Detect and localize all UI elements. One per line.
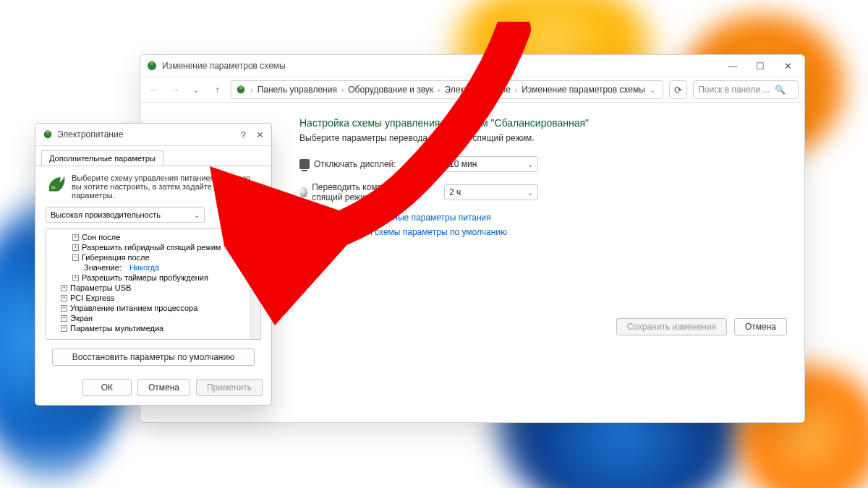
address-bar[interactable]: › Панель управления › Оборудование и зву… bbox=[231, 80, 663, 99]
settings-tree: +Сон после +Разрешить гибридный спящий р… bbox=[46, 228, 261, 340]
page-subheading: Выберите параметры перевода дисплея в сп… bbox=[299, 133, 784, 143]
svg-point-6 bbox=[51, 186, 56, 189]
search-icon: 🔍 bbox=[775, 85, 786, 95]
breadcrumb-item[interactable]: Изменение параметров схемы bbox=[522, 85, 645, 95]
window-title: Изменение параметров схемы bbox=[162, 61, 286, 71]
back-button[interactable]: ← bbox=[146, 84, 161, 95]
restore-defaults-link[interactable]: Восстановить для схемы параметры по умол… bbox=[299, 227, 784, 237]
chevron-right-icon: › bbox=[247, 86, 255, 94]
refresh-button[interactable]: ⟳ bbox=[669, 80, 687, 99]
tab-strip: Дополнительные параметры bbox=[35, 145, 271, 166]
tree-item-hibernate-after[interactable]: −Гибернация после bbox=[49, 252, 258, 262]
chevron-right-icon: › bbox=[435, 86, 443, 94]
svg-rect-3 bbox=[240, 85, 243, 89]
svg-rect-5 bbox=[46, 130, 49, 134]
chevron-down-icon: ⌄ bbox=[527, 189, 533, 197]
tree-item-usb[interactable]: +Параметры USB bbox=[49, 283, 258, 293]
expand-icon[interactable]: + bbox=[72, 234, 79, 241]
power-options-icon bbox=[146, 60, 158, 72]
forward-button[interactable]: → bbox=[167, 84, 182, 95]
power-options-dialog: Электропитание ? ✕ Дополнительные параме… bbox=[35, 123, 272, 406]
chevron-right-icon: › bbox=[339, 86, 346, 94]
collapse-icon[interactable]: − bbox=[72, 254, 79, 261]
sleep-icon bbox=[299, 187, 307, 197]
expand-icon[interactable]: + bbox=[61, 295, 67, 301]
tree-item-wake-timers[interactable]: +Разрешить таймеры пробуждения bbox=[49, 273, 258, 283]
display-timeout-select[interactable]: 10 мин⌄ bbox=[444, 156, 538, 172]
breadcrumb-item[interactable]: Оборудование и звук bbox=[348, 85, 433, 95]
titlebar: Изменение параметров схемы — ☐ ✕ bbox=[140, 55, 804, 77]
breadcrumb-item[interactable]: Электропитание bbox=[444, 85, 510, 95]
chevron-right-icon: › bbox=[512, 86, 520, 94]
chevron-down-icon: ⌄ bbox=[527, 160, 533, 168]
recent-locations-button[interactable]: ⌄ bbox=[189, 86, 204, 94]
apply-button[interactable]: Применить bbox=[196, 379, 263, 396]
tree-item-multimedia[interactable]: +Параметры мультимедиа bbox=[49, 323, 258, 333]
page-heading: Настройка схемы управления питанием "Сба… bbox=[299, 117, 784, 129]
maximize-button[interactable]: ☐ bbox=[754, 61, 767, 72]
tree-item-screen[interactable]: +Экран bbox=[49, 313, 258, 323]
expand-icon[interactable]: + bbox=[61, 315, 67, 322]
tree-item-sleep-after[interactable]: +Сон после bbox=[49, 232, 258, 242]
minimize-button[interactable]: — bbox=[726, 61, 739, 72]
chevron-down-icon: ⌄ bbox=[194, 211, 200, 219]
dialog-title: Электропитание bbox=[57, 129, 123, 140]
expand-icon[interactable]: + bbox=[72, 244, 79, 251]
display-timeout-label: Отключать дисплей: bbox=[314, 159, 396, 169]
power-plan-icon bbox=[46, 174, 66, 194]
expand-icon[interactable]: + bbox=[61, 325, 67, 332]
search-placeholder: Поиск в панели ... bbox=[698, 85, 770, 95]
advanced-settings-link[interactable]: Изменить дополнительные параметры питани… bbox=[299, 213, 784, 223]
tree-item-hybrid-sleep[interactable]: +Разрешить гибридный спящий режим bbox=[49, 242, 258, 252]
sleep-timeout-label: Переводить компьютер в спящий режим: bbox=[312, 182, 444, 202]
tree-item-hibernate-value[interactable]: Значение: Никогда bbox=[49, 262, 258, 273]
close-button[interactable]: ✕ bbox=[781, 61, 794, 72]
navigation-toolbar: ← → ⌄ ↑ › Панель управления › Оборудован… bbox=[140, 77, 804, 103]
tab-advanced[interactable]: Дополнительные параметры bbox=[41, 150, 163, 166]
up-button[interactable]: ↑ bbox=[210, 84, 225, 95]
power-scheme-select[interactable]: Высокая производительность ⌄ bbox=[46, 207, 205, 223]
tree-item-cpu[interactable]: +Управление питанием процессора bbox=[49, 303, 258, 313]
chevron-down-icon[interactable]: ⌄ bbox=[647, 86, 658, 94]
cancel-button[interactable]: Отмена bbox=[734, 318, 787, 335]
expand-icon[interactable]: + bbox=[61, 285, 67, 291]
close-button[interactable]: ✕ bbox=[256, 129, 264, 140]
ok-button[interactable]: ОК bbox=[82, 379, 132, 396]
scrollbar[interactable] bbox=[250, 229, 260, 339]
power-options-icon bbox=[43, 129, 53, 140]
dialog-hint: Выберите схему управления питанием, кото… bbox=[72, 174, 261, 200]
power-options-icon bbox=[236, 85, 246, 95]
display-icon bbox=[299, 159, 310, 169]
expand-icon[interactable]: + bbox=[61, 305, 67, 312]
expand-icon[interactable]: + bbox=[72, 275, 79, 281]
save-button[interactable]: Сохранить изменения bbox=[616, 318, 727, 335]
breadcrumb-item[interactable]: Панель управления bbox=[258, 85, 337, 95]
tree-item-pci[interactable]: +PCI Express bbox=[49, 293, 258, 303]
sleep-timeout-select[interactable]: 2 ч⌄ bbox=[444, 184, 538, 200]
help-button[interactable]: ? bbox=[241, 129, 246, 140]
search-input[interactable]: Поиск в панели ... 🔍 bbox=[693, 80, 799, 99]
restore-defaults-button[interactable]: Восстановить параметры по умолчанию bbox=[52, 348, 255, 366]
cancel-button[interactable]: Отмена bbox=[137, 379, 190, 396]
svg-rect-1 bbox=[150, 61, 153, 65]
